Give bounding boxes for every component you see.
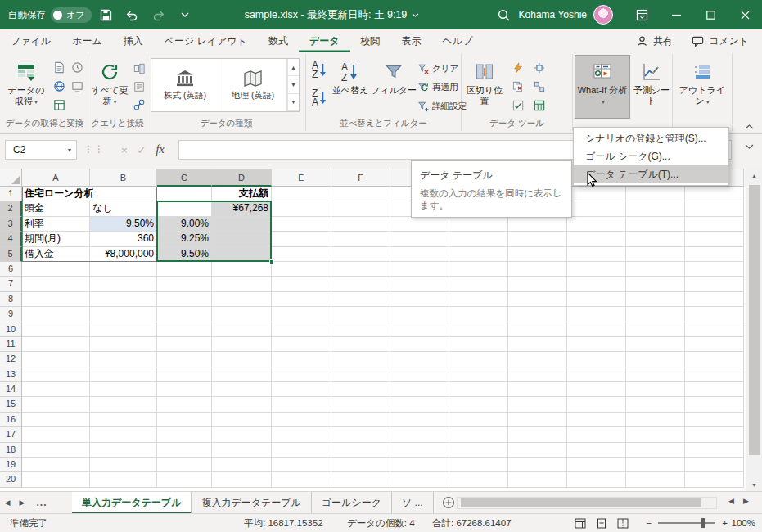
cell-A14[interactable] <box>22 382 90 397</box>
close-button[interactable] <box>728 0 762 29</box>
cell-L5[interactable] <box>685 247 744 262</box>
cell-D9[interactable] <box>212 307 272 322</box>
cell-L2[interactable] <box>685 201 744 216</box>
cell-K10[interactable] <box>626 322 685 337</box>
enter-icon[interactable]: ✓ <box>138 144 147 156</box>
cell-L1[interactable] <box>685 187 744 201</box>
cell-C14[interactable] <box>157 382 212 397</box>
cell-A9[interactable] <box>22 307 90 322</box>
cell-J6[interactable] <box>567 262 626 277</box>
whatif-analysis-button[interactable]: What-If 分析▾ <box>575 56 629 118</box>
cell-B14[interactable] <box>90 382 157 397</box>
cell-D8[interactable] <box>212 292 272 307</box>
cell-K12[interactable] <box>626 352 685 367</box>
cell-E8[interactable] <box>272 292 331 307</box>
cell-H10[interactable] <box>449 322 508 337</box>
cell-B1[interactable] <box>90 187 157 201</box>
cell-G3[interactable] <box>390 217 449 232</box>
row-header-11[interactable]: 11 <box>0 337 22 352</box>
cell-C16[interactable] <box>157 413 212 427</box>
autosave-control[interactable]: 自動保存 オフ <box>8 7 92 23</box>
cell-D10[interactable] <box>212 322 272 337</box>
cell-C9[interactable] <box>157 307 212 322</box>
cell-K5[interactable] <box>626 247 685 262</box>
row-header-1[interactable]: 1 <box>0 187 22 201</box>
cell-B7[interactable] <box>90 277 157 291</box>
sheet-tab-overflow-button[interactable]: ... <box>29 497 54 508</box>
cell-B19[interactable] <box>90 458 157 472</box>
cell-H16[interactable] <box>449 413 508 427</box>
cell-I8[interactable] <box>508 292 567 307</box>
cell-H5[interactable] <box>449 247 508 262</box>
cell-I5[interactable] <box>508 247 567 262</box>
cell-I19[interactable] <box>508 458 567 472</box>
row-header-16[interactable]: 16 <box>0 413 22 427</box>
row-header-19[interactable]: 19 <box>0 458 22 472</box>
manage-data-model-icon[interactable] <box>532 98 546 112</box>
cell-L14[interactable] <box>685 382 744 397</box>
cell-F15[interactable] <box>331 397 390 412</box>
cell-E2[interactable] <box>272 201 331 216</box>
cell-F19[interactable] <box>331 458 390 472</box>
tab-page-layout[interactable]: ページ レイアウト <box>154 29 258 52</box>
cell-E1[interactable] <box>272 187 331 201</box>
cell-J8[interactable] <box>567 292 626 307</box>
cell-B18[interactable] <box>90 443 157 458</box>
user-name[interactable]: Kohama Yoshie <box>519 9 587 20</box>
sheet-nav-right-icon[interactable]: ▶ <box>15 498 29 507</box>
cell-A3[interactable]: 利率 <box>22 217 90 232</box>
normal-view-icon[interactable] <box>573 516 588 530</box>
ribbon-display-options-icon[interactable] <box>624 0 659 29</box>
cell-L15[interactable] <box>685 397 744 412</box>
maximize-button[interactable] <box>693 0 728 29</box>
data-validation-icon[interactable] <box>511 98 525 112</box>
cell-L20[interactable] <box>685 472 744 487</box>
cell-L16[interactable] <box>685 413 744 427</box>
cell-L6[interactable] <box>685 262 744 277</box>
cell-D2[interactable]: ¥67,268 <box>212 201 272 216</box>
cell-K15[interactable] <box>626 397 685 412</box>
cell-H6[interactable] <box>449 262 508 277</box>
cell-B20[interactable] <box>90 472 157 487</box>
row-header-6[interactable]: 6 <box>0 262 22 277</box>
cell-I18[interactable] <box>508 443 567 458</box>
cell-G20[interactable] <box>390 472 449 487</box>
cell-I14[interactable] <box>508 382 567 397</box>
cell-E20[interactable] <box>272 472 331 487</box>
new-sheet-button[interactable] <box>442 496 455 509</box>
cell-B16[interactable] <box>90 413 157 427</box>
save-icon[interactable] <box>95 3 118 26</box>
cell-F3[interactable] <box>331 217 390 232</box>
cell-A10[interactable] <box>22 322 90 337</box>
cell-G7[interactable] <box>390 277 449 291</box>
cell-J1[interactable] <box>567 187 626 201</box>
cell-E14[interactable] <box>272 382 331 397</box>
cell-D4[interactable] <box>212 232 272 246</box>
cell-I10[interactable] <box>508 322 567 337</box>
stocks-button[interactable]: 株式 (英語) <box>151 59 219 111</box>
menu-item-data-table[interactable]: データ テーブル(T)... <box>574 165 728 183</box>
queries-connections-icon[interactable] <box>132 61 146 75</box>
scroll-down-icon[interactable]: ▼ <box>746 478 762 491</box>
row-header-13[interactable]: 13 <box>0 367 22 382</box>
horizontal-scrollbar-thumb[interactable] <box>461 498 701 507</box>
search-icon[interactable] <box>493 3 516 26</box>
row-header-2[interactable]: 2 <box>0 201 22 216</box>
cell-J20[interactable] <box>567 472 626 487</box>
cell-H12[interactable] <box>449 352 508 367</box>
sheet-tab-double-input[interactable]: 複入力データテーブル <box>192 492 311 514</box>
cell-C2[interactable] <box>157 201 212 216</box>
cell-H3[interactable] <box>449 217 508 232</box>
from-table-range-icon[interactable] <box>52 98 66 112</box>
cell-J7[interactable] <box>567 277 626 291</box>
cell-D16[interactable] <box>212 413 272 427</box>
cell-B3[interactable]: 9.50% <box>90 217 157 232</box>
tab-review[interactable]: 校閲 <box>350 29 391 52</box>
column-header-E[interactable]: E <box>272 169 331 187</box>
cell-J2[interactable] <box>567 201 626 216</box>
gallery-up-icon[interactable]: ▲ <box>287 59 299 76</box>
cell-E10[interactable] <box>272 322 331 337</box>
cell-G10[interactable] <box>390 322 449 337</box>
cell-E18[interactable] <box>272 443 331 458</box>
tab-home[interactable]: ホーム <box>61 29 113 52</box>
